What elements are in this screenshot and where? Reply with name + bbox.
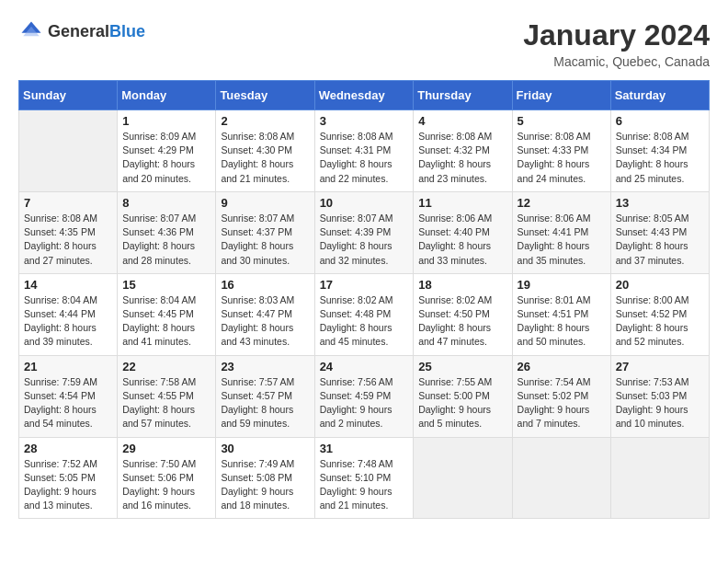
- calendar-cell: 19Sunrise: 8:01 AM Sunset: 4:51 PM Dayli…: [512, 273, 610, 355]
- day-info: Sunrise: 8:08 AM Sunset: 4:33 PM Dayligh…: [518, 130, 606, 186]
- calendar-cell: [414, 437, 512, 519]
- calendar-cell: 5Sunrise: 8:08 AM Sunset: 4:33 PM Daylig…: [512, 110, 610, 192]
- weekday-header-row: SundayMondayTuesdayWednesdayThursdayFrid…: [19, 81, 710, 110]
- day-number: 2: [221, 114, 309, 128]
- calendar-cell: 21Sunrise: 7:59 AM Sunset: 4:54 PM Dayli…: [19, 355, 118, 437]
- day-info: Sunrise: 8:06 AM Sunset: 4:41 PM Dayligh…: [518, 212, 606, 268]
- calendar-cell: 10Sunrise: 8:07 AM Sunset: 4:39 PM Dayli…: [314, 191, 414, 273]
- day-number: 3: [320, 114, 409, 128]
- calendar-cell: 20Sunrise: 8:00 AM Sunset: 4:52 PM Dayli…: [610, 273, 709, 355]
- day-info: Sunrise: 8:06 AM Sunset: 4:40 PM Dayligh…: [418, 212, 506, 268]
- day-info: Sunrise: 8:07 AM Sunset: 4:39 PM Dayligh…: [320, 212, 409, 268]
- day-number: 29: [122, 442, 210, 455]
- day-number: 12: [518, 196, 606, 210]
- day-info: Sunrise: 8:08 AM Sunset: 4:31 PM Dayligh…: [320, 130, 409, 186]
- week-row-1: 1Sunrise: 8:09 AM Sunset: 4:29 PM Daylig…: [19, 110, 710, 192]
- calendar-cell: 31Sunrise: 7:48 AM Sunset: 5:10 PM Dayli…: [314, 437, 414, 519]
- day-number: 23: [221, 360, 309, 373]
- calendar-cell: 27Sunrise: 7:53 AM Sunset: 5:03 PM Dayli…: [610, 355, 709, 437]
- day-info: Sunrise: 7:52 AM Sunset: 5:05 PM Dayligh…: [24, 457, 112, 513]
- day-number: 18: [418, 278, 506, 292]
- calendar-cell: [610, 437, 709, 519]
- day-number: 14: [24, 278, 112, 292]
- calendar-cell: 15Sunrise: 8:04 AM Sunset: 4:45 PM Dayli…: [118, 273, 216, 355]
- calendar-cell: 3Sunrise: 8:08 AM Sunset: 4:31 PM Daylig…: [314, 110, 414, 192]
- calendar-cell: 6Sunrise: 8:08 AM Sunset: 4:34 PM Daylig…: [610, 110, 709, 192]
- day-number: 22: [122, 360, 210, 373]
- calendar-cell: [19, 110, 118, 192]
- calendar-cell: 25Sunrise: 7:55 AM Sunset: 5:00 PM Dayli…: [414, 355, 512, 437]
- day-number: 6: [616, 114, 704, 128]
- day-number: 8: [122, 196, 210, 210]
- day-number: 9: [221, 196, 309, 210]
- day-number: 31: [320, 442, 409, 455]
- week-row-4: 21Sunrise: 7:59 AM Sunset: 4:54 PM Dayli…: [19, 355, 710, 437]
- day-number: 28: [24, 442, 112, 455]
- calendar-cell: 30Sunrise: 7:49 AM Sunset: 5:08 PM Dayli…: [216, 437, 314, 519]
- logo: GeneralBlue: [18, 18, 145, 44]
- calendar-table: SundayMondayTuesdayWednesdayThursdayFrid…: [18, 80, 710, 519]
- day-number: 7: [24, 196, 112, 210]
- calendar-cell: 23Sunrise: 7:57 AM Sunset: 4:57 PM Dayli…: [216, 355, 314, 437]
- calendar-cell: 18Sunrise: 8:02 AM Sunset: 4:50 PM Dayli…: [414, 273, 512, 355]
- day-number: 30: [221, 442, 309, 455]
- weekday-header-sunday: Sunday: [19, 81, 118, 110]
- day-number: 10: [320, 196, 409, 210]
- day-number: 4: [418, 114, 506, 128]
- calendar-cell: 16Sunrise: 8:03 AM Sunset: 4:47 PM Dayli…: [216, 273, 314, 355]
- day-number: 17: [320, 278, 409, 292]
- weekday-header-saturday: Saturday: [610, 81, 709, 110]
- weekday-header-wednesday: Wednesday: [314, 81, 414, 110]
- day-info: Sunrise: 7:56 AM Sunset: 4:59 PM Dayligh…: [320, 375, 409, 431]
- day-number: 11: [418, 196, 506, 210]
- day-info: Sunrise: 8:04 AM Sunset: 4:44 PM Dayligh…: [24, 293, 112, 350]
- logo-icon: [18, 18, 44, 44]
- week-row-2: 7Sunrise: 8:08 AM Sunset: 4:35 PM Daylig…: [19, 191, 710, 273]
- calendar-cell: 1Sunrise: 8:09 AM Sunset: 4:29 PM Daylig…: [118, 110, 216, 192]
- day-info: Sunrise: 8:07 AM Sunset: 4:37 PM Dayligh…: [221, 212, 309, 268]
- day-info: Sunrise: 7:55 AM Sunset: 5:00 PM Dayligh…: [418, 375, 506, 431]
- day-number: 27: [616, 360, 704, 373]
- calendar-cell: 29Sunrise: 7:50 AM Sunset: 5:06 PM Dayli…: [118, 437, 216, 519]
- day-info: Sunrise: 8:04 AM Sunset: 4:45 PM Dayligh…: [122, 293, 210, 350]
- day-info: Sunrise: 7:48 AM Sunset: 5:10 PM Dayligh…: [320, 457, 409, 513]
- calendar-cell: 11Sunrise: 8:06 AM Sunset: 4:40 PM Dayli…: [414, 191, 512, 273]
- day-info: Sunrise: 8:02 AM Sunset: 4:50 PM Dayligh…: [418, 293, 506, 350]
- weekday-header-thursday: Thursday: [414, 81, 512, 110]
- week-row-5: 28Sunrise: 7:52 AM Sunset: 5:05 PM Dayli…: [19, 437, 710, 519]
- day-info: Sunrise: 7:59 AM Sunset: 4:54 PM Dayligh…: [24, 375, 112, 431]
- day-number: 21: [24, 360, 112, 373]
- day-info: Sunrise: 7:57 AM Sunset: 4:57 PM Dayligh…: [221, 375, 309, 431]
- location-title: Macamic, Quebec, Canada: [523, 54, 710, 69]
- calendar-cell: 4Sunrise: 8:08 AM Sunset: 4:32 PM Daylig…: [414, 110, 512, 192]
- day-info: Sunrise: 7:50 AM Sunset: 5:06 PM Dayligh…: [122, 457, 210, 513]
- calendar-cell: 8Sunrise: 8:07 AM Sunset: 4:36 PM Daylig…: [118, 191, 216, 273]
- calendar-cell: 9Sunrise: 8:07 AM Sunset: 4:37 PM Daylig…: [216, 191, 314, 273]
- day-info: Sunrise: 7:58 AM Sunset: 4:55 PM Dayligh…: [122, 375, 210, 431]
- calendar-cell: 2Sunrise: 8:08 AM Sunset: 4:30 PM Daylig…: [216, 110, 314, 192]
- day-number: 16: [221, 278, 309, 292]
- day-info: Sunrise: 8:08 AM Sunset: 4:34 PM Dayligh…: [616, 130, 704, 186]
- week-row-3: 14Sunrise: 8:04 AM Sunset: 4:44 PM Dayli…: [19, 273, 710, 355]
- day-number: 19: [518, 278, 606, 292]
- day-info: Sunrise: 8:08 AM Sunset: 4:32 PM Dayligh…: [418, 130, 506, 186]
- calendar-cell: 26Sunrise: 7:54 AM Sunset: 5:02 PM Dayli…: [512, 355, 610, 437]
- day-info: Sunrise: 7:49 AM Sunset: 5:08 PM Dayligh…: [221, 457, 309, 513]
- day-info: Sunrise: 7:54 AM Sunset: 5:02 PM Dayligh…: [518, 375, 606, 431]
- calendar-cell: [512, 437, 610, 519]
- calendar-cell: 13Sunrise: 8:05 AM Sunset: 4:43 PM Dayli…: [610, 191, 709, 273]
- day-number: 1: [122, 114, 210, 128]
- calendar-cell: 7Sunrise: 8:08 AM Sunset: 4:35 PM Daylig…: [19, 191, 118, 273]
- day-number: 26: [518, 360, 606, 373]
- calendar-cell: 17Sunrise: 8:02 AM Sunset: 4:48 PM Dayli…: [314, 273, 414, 355]
- page-header: GeneralBlue January 2024 Macamic, Quebec…: [18, 18, 710, 69]
- day-info: Sunrise: 7:53 AM Sunset: 5:03 PM Dayligh…: [616, 375, 704, 431]
- day-info: Sunrise: 8:05 AM Sunset: 4:43 PM Dayligh…: [616, 212, 704, 268]
- day-number: 20: [616, 278, 704, 292]
- month-title: January 2024: [523, 18, 710, 52]
- day-number: 24: [320, 360, 409, 373]
- calendar-cell: 24Sunrise: 7:56 AM Sunset: 4:59 PM Dayli…: [314, 355, 414, 437]
- day-info: Sunrise: 8:08 AM Sunset: 4:30 PM Dayligh…: [221, 130, 309, 186]
- day-info: Sunrise: 8:02 AM Sunset: 4:48 PM Dayligh…: [320, 293, 409, 350]
- calendar-cell: 14Sunrise: 8:04 AM Sunset: 4:44 PM Dayli…: [19, 273, 118, 355]
